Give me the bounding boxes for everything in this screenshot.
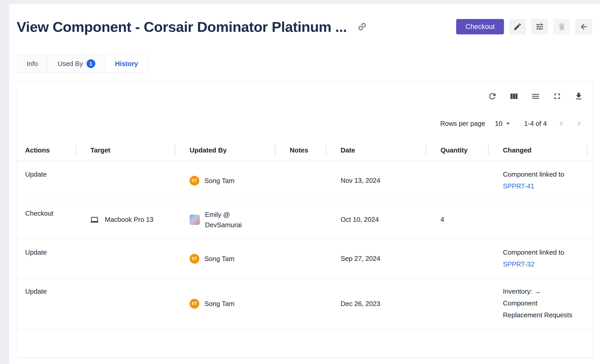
pencil-icon [513, 22, 522, 31]
rows-per-page-label: Rows per page [440, 120, 485, 128]
tab-history-label: History [115, 60, 138, 68]
cell-target [76, 161, 175, 200]
cell-changed: Inventory: → Component Replacement Reque… [489, 278, 593, 329]
export-button[interactable] [574, 91, 584, 101]
table-toolbar [16, 81, 593, 101]
fullscreen-icon [552, 92, 562, 101]
main-panel: View Component - Corsair Dominator Plati… [9, 4, 600, 364]
column-header-changed[interactable]: Changed [489, 139, 593, 161]
tab-used-by[interactable]: Used By 1 [48, 55, 105, 73]
column-header-quantity[interactable]: Quantity [426, 139, 489, 161]
cell-date: Sep 27, 2024 [326, 239, 426, 278]
cell-notes [275, 200, 326, 239]
density-icon [531, 92, 540, 101]
edit-button[interactable] [509, 19, 526, 34]
tab-used-by-label: Used By [58, 60, 83, 68]
cell-quantity [426, 239, 489, 278]
chevron-right-icon [575, 119, 584, 128]
cell-quantity [426, 278, 489, 329]
page-title: View Component - Corsair Dominator Plati… [17, 18, 347, 35]
changed-line: Inventory: → [503, 285, 593, 297]
changed-text: Component linked to [503, 246, 593, 258]
chevron-left-icon [557, 119, 566, 128]
table-row: Update ST Song Tam Nov 13, 2024 Componen… [16, 161, 593, 200]
tabs: Info Used By 1 History [17, 55, 592, 73]
cell-target [76, 239, 175, 278]
table-row: Update ST Song Tam Dec 26, 2023 Inventor… [16, 278, 593, 329]
column-header-date[interactable]: Date [326, 139, 426, 161]
user-name: Song Tam [204, 176, 235, 186]
cell-changed: Component linked to SPPRT-32 [489, 239, 593, 278]
cell-action: Update [16, 278, 76, 329]
rows-per-page-select[interactable]: 10 [495, 119, 512, 128]
used-by-count-badge: 1 [87, 59, 95, 68]
cell-quantity: 4 [426, 200, 489, 239]
download-icon [574, 92, 583, 101]
cell-action: Update [16, 239, 76, 278]
cell-quantity [426, 161, 489, 200]
cell-date: Nov 13, 2024 [326, 161, 426, 200]
cell-action: Update [16, 161, 76, 200]
avatar: ST [190, 176, 199, 186]
cell-updated-by: ST Song Tam [175, 239, 275, 278]
cell-target: Macbook Pro 13 [76, 200, 175, 239]
history-table-card: Rows per page 10 1-4 of 4 Actions [16, 81, 593, 358]
issue-link[interactable]: SPPRT-41 [503, 182, 534, 190]
column-header-target[interactable]: Target [76, 139, 175, 161]
user-name: Song Tam [204, 254, 235, 264]
table-row: Update ST Song Tam Sep 27, 2024 Componen… [16, 239, 593, 278]
pagination-range: 1-4 of 4 [524, 120, 547, 128]
cell-date: Oct 10, 2024 [326, 200, 426, 239]
rows-per-page-value: 10 [495, 120, 502, 128]
cell-changed: Component linked to SPPRT-41 [489, 161, 593, 200]
refresh-icon [488, 92, 497, 101]
cell-notes [275, 161, 326, 200]
chevron-down-icon [504, 119, 512, 128]
avatar [190, 215, 200, 225]
cell-notes [275, 278, 326, 329]
cell-notes [275, 239, 326, 278]
columns-button[interactable] [509, 91, 519, 101]
table-header-row: Actions Target Updated By Notes Date Qua… [16, 139, 593, 161]
tab-info-label: Info [27, 60, 38, 68]
table-row: Checkout Macbook Pro 13 Emily @ DevSamur… [16, 200, 593, 239]
column-header-updated-by[interactable]: Updated By [175, 139, 275, 161]
fullscreen-button[interactable] [552, 91, 562, 101]
sliders-icon [535, 22, 544, 31]
title-wrap: View Component - Corsair Dominator Plati… [17, 18, 368, 35]
density-button[interactable] [530, 91, 541, 101]
cell-target [76, 278, 175, 329]
back-button[interactable] [575, 19, 592, 34]
trash-icon [557, 22, 566, 31]
cell-updated-by: ST Song Tam [175, 278, 275, 329]
table-footer-space [16, 329, 593, 358]
cell-updated-by: ST Song Tam [175, 161, 275, 200]
refresh-button[interactable] [487, 91, 498, 101]
avatar: ST [190, 299, 199, 309]
changed-text: Component linked to [503, 168, 593, 180]
copy-link-button[interactable] [356, 21, 368, 33]
pagination: Rows per page 10 1-4 of 4 [16, 118, 593, 129]
target-label[interactable]: Macbook Pro 13 [105, 216, 153, 224]
page-header: View Component - Corsair Dominator Plati… [17, 19, 592, 35]
next-page-button[interactable] [574, 118, 585, 129]
column-header-actions[interactable]: Actions [16, 139, 76, 161]
laptop-icon [90, 216, 99, 224]
columns-icon [509, 92, 519, 101]
previous-page-button[interactable] [556, 118, 567, 129]
cell-updated-by: Emily @ DevSamurai [175, 200, 275, 239]
cell-action: Checkout [16, 200, 76, 239]
issue-link[interactable]: SPPRT-32 [503, 260, 534, 268]
delete-button[interactable] [553, 19, 570, 34]
arrow-left-icon [579, 22, 588, 31]
user-name: Song Tam [204, 299, 235, 309]
cell-changed [489, 200, 593, 239]
tab-history[interactable]: History [105, 55, 148, 73]
checkout-button[interactable]: Checkout [456, 19, 504, 34]
column-header-notes[interactable]: Notes [275, 139, 326, 161]
changed-line: Replacement Requests [503, 309, 593, 321]
header-actions: Checkout [456, 19, 592, 34]
cell-date: Dec 26, 2023 [326, 278, 426, 329]
settings-button[interactable] [531, 19, 548, 34]
tab-info[interactable]: Info [17, 55, 48, 73]
